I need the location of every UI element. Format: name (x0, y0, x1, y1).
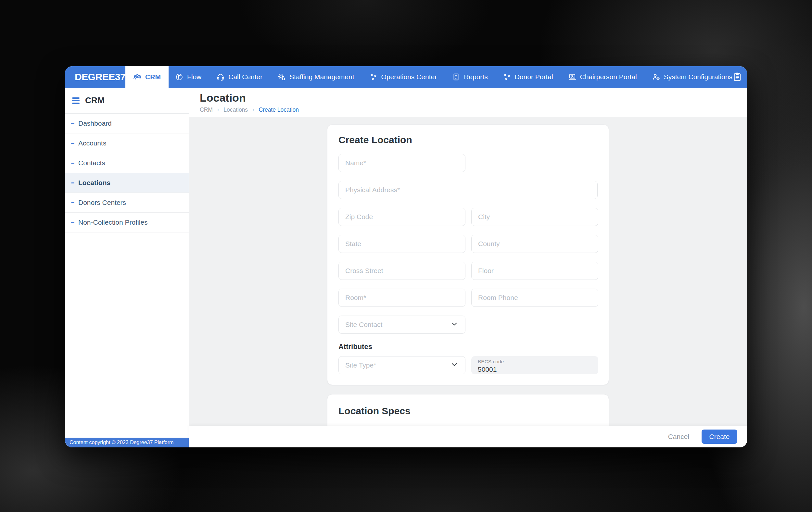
physical-address-input[interactable] (339, 181, 598, 199)
sidebar-title: CRM (85, 95, 105, 106)
headset-icon (216, 73, 225, 81)
nav-tab-label: CRM (145, 73, 161, 81)
form-row (339, 208, 598, 226)
nav-tab-call-center[interactable]: Call Center (216, 73, 262, 81)
zip-code-input[interactable] (339, 208, 465, 226)
nav-tab-label: Chairperson Portal (580, 73, 637, 81)
nav-tab-label: System Configurations (664, 73, 732, 81)
sidebar-item-non-collection-profiles[interactable]: Non-Collection Profiles (65, 213, 189, 233)
city-input[interactable] (471, 208, 598, 226)
sidebar-header: CRM (65, 88, 189, 114)
create-button[interactable]: Create (702, 429, 737, 444)
cross-street-input[interactable] (339, 262, 465, 280)
card-title: Location Specs (339, 405, 598, 417)
desktop-background: { "colors": { "accent": "#3c78d8", "noti… (0, 0, 812, 512)
sidebar-item-label: Dashboard (78, 119, 112, 127)
form-row (339, 289, 598, 307)
room-input[interactable] (339, 289, 465, 307)
top-navbar: DEGREE37 CRM Flow Call Center (65, 66, 747, 88)
site-type-placeholder: Site Type* (345, 361, 376, 369)
form-row: Site Type* BECS code 50001 (339, 356, 598, 374)
nav-tab-label: Flow (187, 73, 201, 81)
becs-code-value: 50001 (478, 366, 592, 373)
dash-icon (71, 182, 75, 183)
dash-icon (71, 202, 75, 203)
sidebar-item-label: Locations (78, 179, 110, 187)
sidebar-item-accounts[interactable]: Accounts (65, 133, 189, 153)
dash-icon (71, 143, 75, 144)
site-contact-placeholder: Site Contact (345, 321, 382, 329)
breadcrumb-locations[interactable]: Locations (224, 107, 248, 113)
breadcrumb-separator: › (217, 107, 219, 113)
site-type-select[interactable]: Site Type* (339, 356, 465, 374)
state-input[interactable] (339, 235, 465, 253)
breadcrumb-crm[interactable]: CRM (200, 107, 213, 113)
sidebar-item-locations[interactable]: Locations (65, 173, 189, 193)
form-row: Site Contact (339, 315, 598, 334)
dash-icon (71, 123, 75, 124)
nav-tab-system-configurations[interactable]: System Configurations (652, 73, 732, 81)
network-icon (503, 73, 511, 81)
nav-tab-chairperson-portal[interactable]: Chairperson Portal (568, 73, 637, 81)
nav-tab-flow[interactable]: Flow (175, 73, 201, 81)
content-scroll-area: Create Location (189, 117, 747, 426)
nav-tab-label: Reports (464, 73, 488, 81)
nav-tab-operations-center[interactable]: Operations Center (369, 73, 437, 81)
monitor-icon (568, 73, 577, 81)
app-logo: DEGREE37 (65, 66, 125, 88)
nav-menu: Flow Call Center Staffing Management Ope… (169, 66, 732, 88)
form-row (339, 235, 598, 253)
form-row (339, 262, 598, 280)
users-icon (133, 73, 142, 81)
network-icon (369, 73, 378, 81)
nav-tab-label: Call Center (228, 73, 262, 81)
nav-tab-staffing-management[interactable]: Staffing Management (278, 73, 354, 81)
breadcrumb: CRM › Locations › Create Location (200, 107, 747, 113)
nav-tab-reports[interactable]: Reports (452, 73, 488, 81)
flow-icon (175, 73, 183, 81)
sidebar-item-label: Donors Centers (78, 199, 126, 207)
cancel-button[interactable]: Cancel (668, 433, 689, 441)
location-specs-card: Location Specs (327, 394, 609, 426)
nav-tab-label: Operations Center (381, 73, 437, 81)
sidebar-item-label: Contacts (78, 159, 105, 167)
dash-icon (71, 222, 75, 223)
tasks-button[interactable] (732, 72, 742, 82)
floor-input[interactable] (471, 262, 598, 280)
becs-code-label: BECS code (478, 359, 592, 365)
sidebar-spacer (65, 233, 189, 438)
card-title: Create Location (339, 134, 598, 146)
app-window: DEGREE37 CRM Flow Call Center (65, 66, 747, 447)
report-icon (452, 73, 460, 81)
sidebar-item-label: Accounts (78, 139, 106, 147)
sidebar: CRM Dashboard Accounts Contacts Location… (65, 88, 189, 447)
breadcrumb-separator: › (252, 107, 254, 113)
nav-tab-donor-portal[interactable]: Donor Portal (503, 73, 553, 81)
sidebar-item-dashboard[interactable]: Dashboard (65, 114, 189, 133)
form-row (339, 154, 598, 172)
sidebar-item-donors-centers[interactable]: Donors Centers (65, 193, 189, 213)
site-contact-select[interactable]: Site Contact (339, 315, 465, 334)
page-header: Location CRM › Locations › Create Locati… (189, 88, 747, 117)
sidebar-item-contacts[interactable]: Contacts (65, 153, 189, 173)
body-row: CRM Dashboard Accounts Contacts Location… (65, 88, 747, 447)
becs-code-field: BECS code 50001 (471, 356, 598, 374)
name-input[interactable] (339, 154, 465, 172)
gear-icon (278, 73, 286, 81)
attributes-section-label: Attributes (339, 342, 598, 351)
chevron-down-icon (450, 320, 459, 330)
clipboard-icon (732, 72, 742, 82)
chevron-down-icon (450, 360, 459, 370)
nav-tab-label: Staffing Management (289, 73, 354, 81)
create-location-card: Create Location (327, 124, 609, 385)
dash-icon (71, 163, 75, 163)
main-content: Location CRM › Locations › Create Locati… (189, 88, 747, 447)
nav-tab-crm[interactable]: CRM (125, 66, 169, 88)
county-input[interactable] (471, 235, 598, 253)
nav-tab-label: Donor Portal (515, 73, 553, 81)
page-title: Location (200, 92, 747, 104)
hamburger-menu-icon[interactable] (72, 97, 80, 104)
form-row (339, 181, 598, 199)
room-phone-input[interactable] (471, 289, 598, 307)
breadcrumb-create-location: Create Location (259, 107, 299, 113)
